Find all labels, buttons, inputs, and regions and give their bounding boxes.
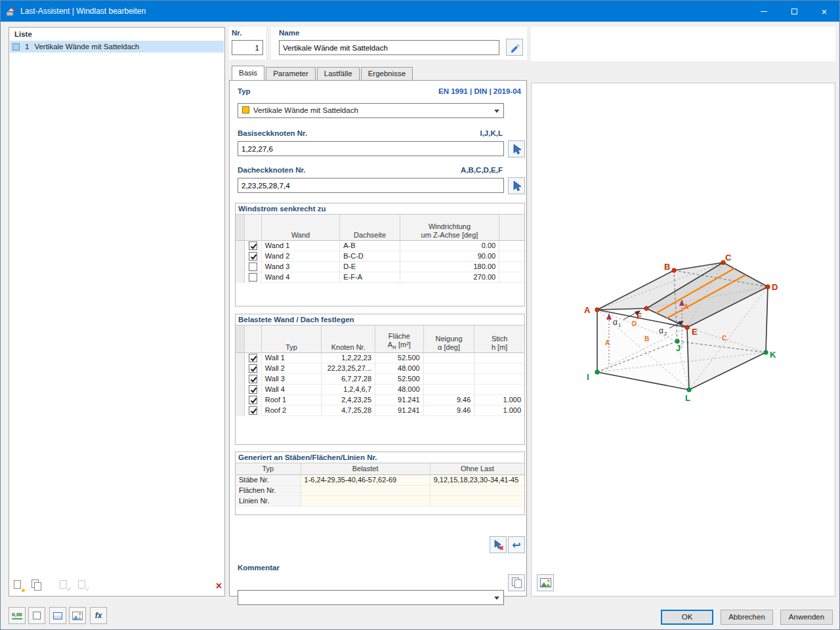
wind-row-1[interactable]: Wand 1 A-B 0.00 [236, 241, 524, 251]
graphic-snapshot-button[interactable] [537, 574, 554, 591]
cell-flaeche: 52.500 [375, 374, 424, 385]
graphic-options-button[interactable] [69, 607, 86, 624]
face-letter-d: D [632, 320, 637, 327]
select-arrow-cancel-icon [493, 539, 504, 551]
row-selector[interactable] [236, 272, 245, 283]
flaeche-subscript: R [392, 345, 396, 350]
row-selector[interactable] [236, 374, 245, 385]
cell-stich: 1.000 [474, 406, 524, 416]
roof-1-checkbox[interactable] [249, 396, 257, 404]
row-selector[interactable] [236, 353, 245, 364]
name-input[interactable] [279, 40, 499, 55]
col-header-dachseite: Dachseite [340, 215, 400, 241]
col-header-knoten-text: Knoten Nr. [331, 343, 366, 352]
wall-3-checkbox[interactable] [249, 375, 257, 383]
wall-1-checkbox[interactable] [249, 354, 257, 362]
wall-2-checkbox[interactable] [249, 364, 257, 373]
revert-selection-button[interactable]: ↩ [508, 536, 525, 553]
check-icon: ✓ [67, 586, 72, 593]
basis-nodes-input[interactable] [238, 141, 504, 156]
cell-ohne-last: 9,12,15,18,23,30-34,41-45 [430, 475, 524, 486]
decimal-places-button[interactable]: 0,00 [9, 607, 26, 624]
row-selector[interactable] [236, 364, 245, 374]
cell-knoten: 1,2,22,23 [322, 353, 375, 364]
loaded-row-4[interactable]: Wall 4 1,2,4,6,7 48.000 [236, 385, 524, 395]
col-header-neigung: Neigung α [deg] [424, 326, 475, 353]
model-3d-view[interactable]: α 1 α 2 A D B C A [532, 83, 835, 596]
wall-4-checkbox[interactable] [249, 385, 257, 394]
deselect-objects-button[interactable] [490, 536, 507, 553]
list-item[interactable]: 1 Vertikale Wände mit Satteldach [10, 41, 224, 52]
sheet-icon [78, 580, 85, 589]
minimize-button[interactable] [749, 1, 779, 22]
loaded-row-2[interactable]: Wall 2 22,23,25,27... 48.000 [236, 364, 524, 374]
wand-2-checkbox[interactable] [249, 252, 257, 261]
cell-belastet [301, 496, 430, 507]
wand-3-checkbox[interactable] [249, 262, 257, 271]
node-label-l: L [685, 393, 690, 403]
generated-row-flaechen[interactable]: Flächen Nr. [236, 486, 524, 496]
wand-1-checkbox[interactable] [249, 242, 257, 250]
dach-nodes-input[interactable] [238, 178, 504, 193]
cancel-button[interactable]: Abbrechen [721, 610, 773, 625]
cell-typ: Flächen Nr. [236, 486, 301, 496]
liste-toolbar: ★ ✓ ✓ × [12, 579, 222, 593]
new-entry-button[interactable]: ★ [12, 579, 26, 593]
generated-row-staebe[interactable]: Stäbe Nr. 1-6,24-29,35-40,46-57,62-69 9,… [236, 475, 524, 486]
formula-button[interactable]: fx [90, 607, 107, 624]
roof-2-checkbox[interactable] [249, 406, 257, 415]
apply-button[interactable]: Anwenden [780, 610, 833, 625]
row-selector[interactable] [236, 385, 245, 395]
close-icon: × [822, 6, 828, 17]
wind-row-4[interactable]: Wand 4 E-F-A 270.00 [236, 272, 524, 283]
row-selector[interactable] [236, 262, 245, 272]
col-header-typ-text: Typ [262, 465, 274, 473]
col-header-belastet: Belastet [301, 463, 430, 475]
row-selector[interactable] [236, 241, 245, 251]
loaded-row-6[interactable]: Roof 2 4,7,25,28 91.241 9.46 1.000 [236, 406, 524, 416]
col-header-stich: Stich h [m] [474, 326, 524, 353]
uncheck-entries-button[interactable]: ✓ [76, 579, 91, 593]
tab-basis[interactable]: Basis [232, 66, 264, 80]
loaded-row-5[interactable]: Roof 1 2,4,23,25 91.241 9.46 1.000 [236, 395, 524, 406]
tab-parameter[interactable]: Parameter [266, 67, 316, 80]
tab-ergebnisse[interactable]: Ergebnisse [361, 67, 413, 80]
table-settings-button[interactable] [49, 607, 66, 624]
app-icon [6, 6, 16, 16]
row-selector[interactable] [236, 406, 245, 416]
col-header-belastet-text: Belastet [352, 465, 379, 473]
loaded-section-title: Belastete Wand / Dach festlegen [236, 314, 524, 326]
maximize-button[interactable] [779, 1, 809, 22]
close-button[interactable]: × [809, 1, 839, 22]
check-entries-button[interactable]: ✓ [58, 579, 72, 593]
loaded-row-1[interactable]: Wall 1 1,2,22,23 52.500 [236, 353, 524, 364]
ok-button[interactable]: OK [661, 610, 713, 625]
empty-selection-button[interactable] [28, 607, 45, 624]
kommentar-combobox[interactable] [238, 590, 504, 605]
node-a [595, 308, 599, 312]
titlebar[interactable]: Last-Assistent | Windlast bearbeiten × [1, 1, 839, 22]
kommentar-copy-button[interactable] [508, 574, 525, 591]
wind-row-3[interactable]: Wand 3 D-E 180.00 [236, 262, 524, 272]
tab-lastfaelle[interactable]: Lastfälle [317, 67, 360, 80]
generated-section-title: Generiert an Stäben/Flächen/Linien Nr. [236, 452, 524, 463]
row-selector[interactable] [236, 251, 245, 262]
row-selector[interactable] [236, 395, 245, 406]
dach-nodes-pick-button[interactable] [508, 177, 525, 194]
loaded-row-3[interactable]: Wall 3 6,7,27,28 52.500 [236, 374, 524, 385]
cell-typ: Roof 1 [262, 395, 322, 406]
nr-input[interactable] [232, 40, 263, 55]
delete-entry-button[interactable]: × [216, 581, 222, 591]
basis-tab-panel: Typ EN 1991 | DIN | 2019-04 Vertikale Wä… [229, 80, 527, 597]
copy-entry-button[interactable] [30, 579, 45, 593]
rename-button[interactable] [506, 39, 523, 56]
basis-nodes-pick-button[interactable] [508, 140, 525, 158]
generated-row-linien[interactable]: Linien Nr. [236, 496, 524, 507]
col-header-wand-text: Wand [291, 231, 310, 240]
wand-4-checkbox[interactable] [249, 273, 257, 282]
wind-row-2[interactable]: Wand 2 B-C-D 90.00 [236, 251, 524, 262]
typ-combobox[interactable]: Vertikale Wände mit Satteldach [238, 103, 504, 118]
col-header-stich-line1: Stich [492, 335, 507, 343]
basis-nodes-label: Basiseckknoten Nr. [238, 129, 307, 137]
table-grid-icon [53, 612, 62, 620]
